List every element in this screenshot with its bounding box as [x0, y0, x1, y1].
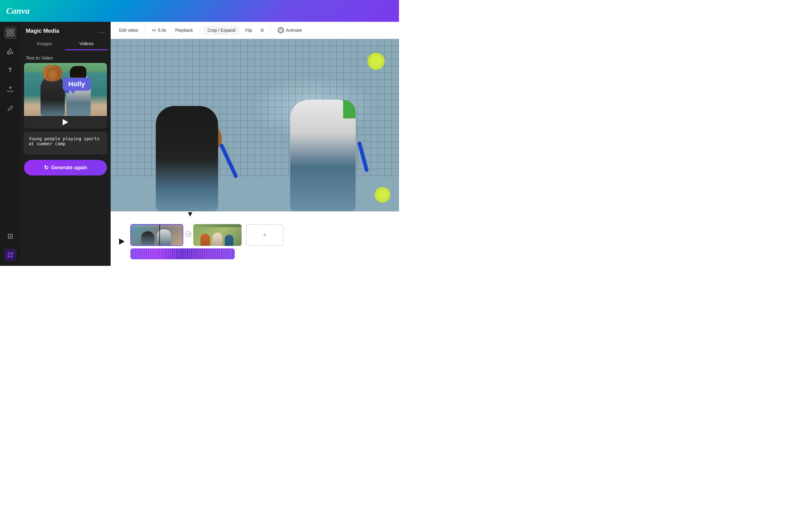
preview-head-right — [72, 65, 85, 79]
play-triangle-timeline — [119, 239, 125, 245]
panel-title: Magic Media — [26, 28, 59, 34]
svg-point-11 — [12, 235, 13, 237]
audio-track-row — [130, 248, 394, 259]
right-area: Edit video ✂ 5.0s Playback Crop / Expand… — [111, 22, 399, 266]
crop-expand-button[interactable]: Crop / Expand — [203, 25, 240, 35]
tab-videos[interactable]: Videos — [65, 38, 108, 50]
animate-button[interactable]: Animate — [273, 25, 306, 35]
play-button-small[interactable] — [24, 116, 107, 128]
timeline-tracks: + — [111, 217, 399, 266]
edit-video-button[interactable]: Edit video — [115, 26, 142, 35]
svg-point-9 — [8, 235, 9, 237]
clip-2[interactable] — [193, 224, 242, 246]
playback-label: Playback — [175, 28, 193, 33]
sidebar-icon-text[interactable]: T — [4, 64, 17, 76]
main-figures — [125, 56, 385, 211]
panel-more-button[interactable]: ... — [98, 27, 105, 35]
flip-button[interactable]: Flip — [241, 26, 256, 35]
track-container: + — [130, 224, 394, 259]
sidebar-icon-upload[interactable] — [4, 82, 17, 95]
clip-2-p1 — [201, 234, 210, 246]
animate-icon — [278, 27, 284, 33]
preview-person-left — [40, 75, 65, 116]
svg-rect-3 — [11, 33, 14, 36]
svg-point-13 — [10, 238, 11, 239]
racket-left — [219, 144, 239, 179]
animate-label: Animate — [286, 28, 302, 33]
clip-2-p3 — [225, 235, 233, 246]
clip-2-thumbnail — [193, 227, 242, 246]
svg-point-7 — [10, 234, 11, 235]
left-sidebar: T — [0, 22, 20, 266]
body-left — [156, 106, 218, 211]
main-image-container — [111, 39, 399, 211]
figure-left — [135, 56, 252, 211]
svg-rect-2 — [7, 33, 10, 36]
prompt-input[interactable]: Young people playing sports at summer ca… — [24, 132, 107, 154]
svg-point-14 — [12, 238, 13, 239]
svg-rect-18 — [11, 255, 13, 258]
add-icon: + — [263, 231, 267, 239]
sidebar-icon-magic[interactable] — [4, 249, 17, 261]
clip-1-person-right — [157, 229, 171, 245]
ttv-label: Text to Video — [20, 51, 111, 63]
crop-expand-label: Crop / Expand — [208, 28, 236, 33]
figure-right — [258, 56, 375, 211]
preview-head-left — [46, 68, 59, 82]
play-triangle-small — [63, 119, 68, 125]
menu-icon: ≡ — [261, 27, 264, 33]
clip-1-person-left — [141, 231, 154, 245]
body-right — [290, 100, 356, 211]
audio-waveform — [130, 248, 235, 259]
clip-1[interactable] — [130, 224, 183, 246]
video-track: + — [130, 224, 394, 246]
timeline-play-button[interactable] — [115, 235, 127, 247]
svg-rect-16 — [11, 252, 13, 254]
svg-rect-17 — [7, 255, 10, 258]
scissors-button[interactable]: ✂ 5.0s — [148, 25, 170, 35]
text-icon-label: T — [8, 67, 12, 74]
magic-panel: Magic Media ... Images Videos Text to Vi… — [20, 22, 111, 266]
sidebar-icon-shapes[interactable] — [4, 45, 17, 58]
add-clip-button[interactable]: + — [246, 224, 283, 246]
holly-tooltip: Holly — [63, 78, 91, 91]
sidebar-icon-draw[interactable] — [4, 101, 17, 114]
svg-rect-1 — [11, 30, 14, 32]
video-thumbnail: Holly — [24, 63, 107, 116]
canvas-area — [111, 39, 399, 211]
svg-point-6 — [8, 234, 9, 235]
audio-track[interactable] — [130, 248, 235, 259]
toolbar-divider-3 — [270, 26, 270, 34]
toolbar-divider-1 — [145, 26, 145, 34]
flip-label: Flip — [245, 28, 252, 33]
toolbar-divider-2 — [200, 26, 200, 34]
clip-1-playhead — [159, 225, 160, 245]
svg-point-8 — [12, 234, 13, 235]
playhead-row — [111, 212, 399, 217]
tab-images[interactable]: Images — [23, 38, 65, 50]
green-sleeve — [343, 100, 356, 118]
racket-right — [357, 141, 369, 172]
sidebar-icon-apps[interactable] — [4, 230, 17, 243]
svg-rect-0 — [7, 30, 10, 32]
generate-button[interactable]: ↻ Generate again — [24, 160, 107, 175]
scissors-icon: ✂ — [152, 27, 156, 33]
playback-button[interactable]: Playback — [171, 26, 197, 35]
clip-1-thumbnail — [131, 228, 183, 245]
timeline-area: + — [111, 211, 399, 266]
edit-video-label: Edit video — [119, 28, 138, 33]
svg-marker-5 — [7, 49, 13, 53]
sidebar-icon-grid[interactable] — [4, 26, 17, 39]
menu-button[interactable]: ≡ — [258, 25, 267, 36]
panel-header: Magic Media ... — [20, 22, 111, 38]
prompt-input-container: Young people playing sports at summer ca… — [24, 132, 107, 155]
duration-label: 5.0s — [158, 28, 166, 33]
canva-logo: Canva — [6, 6, 30, 16]
svg-point-12 — [8, 238, 9, 239]
top-header: Canva — [0, 0, 399, 22]
svg-rect-15 — [7, 252, 10, 254]
generate-icon: ↻ — [44, 164, 49, 171]
video-preview-container: Holly — [24, 63, 107, 128]
generate-label: Generate again — [51, 165, 87, 170]
merge-icon[interactable] — [185, 230, 192, 239]
